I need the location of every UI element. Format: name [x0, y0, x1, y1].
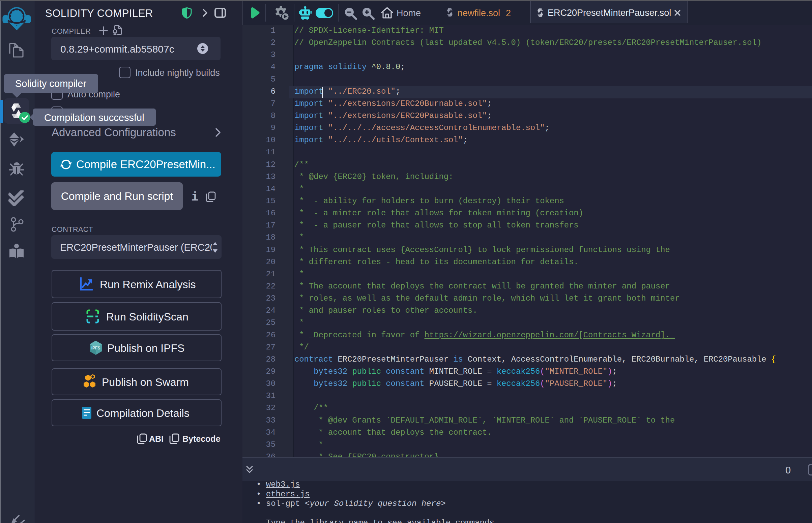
svg-text:IPFS: IPFS	[91, 346, 101, 350]
